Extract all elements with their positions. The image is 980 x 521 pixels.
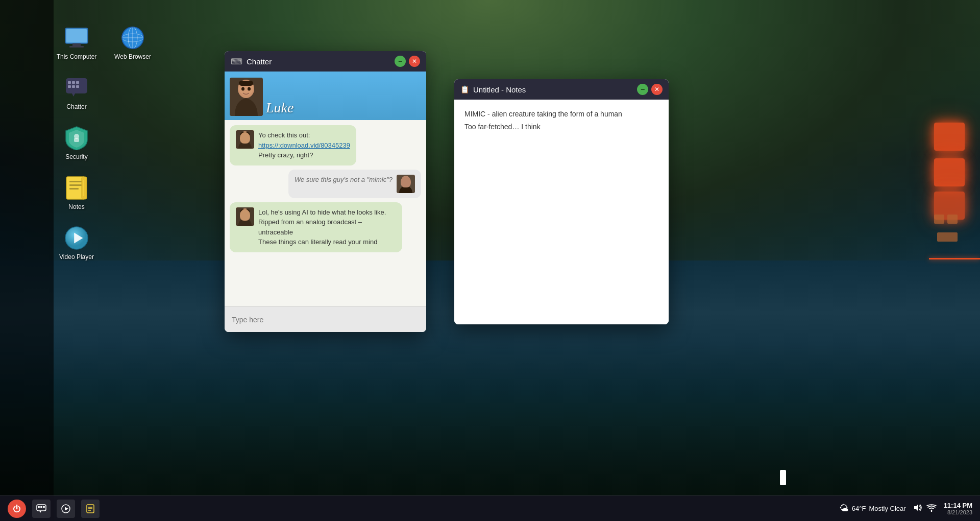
notes-titlebar: 📋 Untitled - Notes − ✕ [454,79,669,100]
message-content-3: Lol, he's using AI to hide what he looks… [258,207,396,247]
message-text-1c: Pretty crazy, right? [258,150,350,160]
message-content-1: Yo check this out: https://:download.vid… [258,130,350,160]
chat-input-area[interactable] [225,306,426,332]
svg-rect-31 [239,81,253,86]
chatter-label: Chatter [66,103,86,110]
message-content-2: We sure this guy's not a "mimic"? [295,175,393,185]
notes-close-button[interactable]: ✕ [651,84,663,95]
clock-time: 11:14 PM [944,502,972,509]
svg-marker-17 [72,93,75,97]
notes-icon [64,176,89,200]
cursor-indicator [780,470,786,485]
message-avatar-right-2 [397,175,415,193]
taskbar-notes-button[interactable] [81,500,100,518]
desktop-icons-area: This Computer Web Browser [56,26,153,260]
taskbar: 🌤 64°F Mostly Clear [0,495,980,521]
weather-widget: 🌤 64°F Mostly Clear [840,503,906,514]
desktop-icon-notes[interactable]: Notes [56,176,97,210]
notes-titlebar-icon: 📋 [460,85,469,93]
volume-icon[interactable] [913,503,922,514]
taskbar-chatter-button[interactable] [32,500,51,518]
message-link-1[interactable]: https://:download.vid/80345239 [258,141,350,149]
left-panel [0,0,54,521]
chat-input[interactable] [232,316,419,324]
svg-rect-19 [74,138,79,142]
svg-rect-24 [82,177,87,199]
wifi-icon[interactable] [926,504,937,514]
chatter-titlebar: ⌨ Chatter − ✕ [225,51,426,72]
svg-rect-45 [40,506,42,508]
chatter-titlebar-title: Chatter [247,57,272,66]
video-player-label: Video Player [59,253,94,260]
security-label: Security [65,153,87,160]
chatter-close-button[interactable]: ✕ [409,56,420,67]
notes-window-controls: − ✕ [637,84,663,95]
svg-rect-12 [72,81,75,84]
message-avatar-left-1 [236,130,254,149]
svg-point-39 [402,176,409,184]
taskbar-right-area: 🌤 64°F Mostly Clear [840,502,972,515]
notes-minimize-button[interactable]: − [637,84,648,95]
svg-rect-22 [69,184,82,186]
chatter-icon [64,76,89,100]
weather-condition: Mostly Clear [869,505,905,512]
chat-messages-area[interactable]: Yo check this out: https://:download.vid… [225,120,426,306]
message-text-2: We sure this guy's not a "mimic"? [295,175,393,185]
system-icons [913,503,937,514]
notes-label: Notes [68,203,84,210]
taskbar-play-button[interactable] [57,500,75,518]
neon-light-1 [934,123,965,151]
chatter-minimize-button[interactable]: − [395,56,406,67]
message-avatar-left-3 [236,207,254,226]
taskbar-left-area [8,500,100,518]
svg-rect-14 [68,85,71,88]
neon-light-2 [934,158,965,186]
notes-titlebar-title: Untitled - Notes [473,85,526,94]
neon-line-1 [929,258,980,259]
desktop-icon-video-player[interactable]: Video Player [56,226,97,260]
neon-square-1 [934,215,944,224]
svg-marker-47 [39,511,41,513]
chat-message-1: Yo check this out: https://:download.vid… [230,125,356,165]
security-icon [64,126,89,150]
this-computer-label: This Computer [57,53,97,60]
web-browser-icon [120,26,145,50]
desktop-icon-web-browser[interactable]: Web Browser [112,26,153,60]
svg-rect-15 [72,85,75,88]
neon-square-3 [937,232,958,242]
chatter-window-controls: − ✕ [395,56,420,67]
message-text-1a: Yo check this out: [258,130,350,140]
svg-rect-16 [76,85,79,88]
chat-message-2: We sure this guy's not a "mimic"? [288,170,421,198]
desktop-icon-chatter[interactable]: Chatter [56,76,97,110]
chatter-header: Luke [225,72,426,120]
desktop-icon-this-computer[interactable]: This Computer [56,26,97,60]
svg-rect-42 [240,209,250,213]
svg-rect-11 [68,81,71,84]
web-browser-label: Web Browser [114,53,151,60]
desktop-icon-security[interactable]: Security [56,126,97,160]
power-button[interactable] [8,500,26,518]
neon-square-2 [947,215,958,224]
svg-point-32 [241,87,244,91]
svg-rect-21 [69,181,82,182]
svg-rect-44 [38,506,40,508]
svg-rect-13 [76,81,79,84]
svg-marker-49 [65,507,68,510]
notes-line-1: MIMIC - alien creature taking the form o… [464,108,658,121]
weather-temp: 64°F [852,505,866,512]
notes-line-3: Too far-fetched… I think [464,121,658,133]
chatter-contact-avatar [230,78,263,116]
clock-date: 8/21/2023 [944,509,972,515]
svg-rect-1 [66,29,87,42]
chatter-window: ⌨ Chatter − ✕ Luke [225,51,426,332]
svg-point-33 [248,87,251,91]
notes-window: 📋 Untitled - Notes − ✕ MIMIC - alien cre… [454,79,669,324]
svg-rect-2 [72,43,81,46]
chatter-contact-name: Luke [266,100,293,116]
svg-marker-54 [914,504,918,511]
svg-rect-23 [69,188,79,190]
message-text-3a: Lol, he's using AI to hide what he looks… [258,207,396,218]
message-text-3b: Ripped from an analog broadcast – untrac… [258,217,396,237]
notes-content-area[interactable]: MIMIC - alien creature taking the form o… [454,100,669,324]
